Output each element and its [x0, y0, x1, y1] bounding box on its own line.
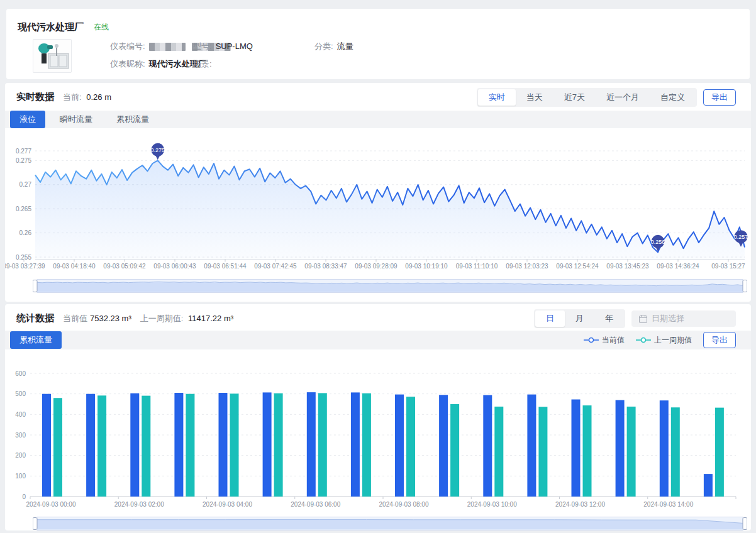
bar-上一周期值: [230, 393, 239, 497]
bar-当前值: [174, 393, 183, 497]
range-tab-自定义[interactable]: 自定义: [650, 89, 696, 106]
model-label: 型号:: [193, 41, 212, 51]
category-label: 分类:: [314, 41, 333, 51]
range-tab-近一个月[interactable]: 近一个月: [596, 89, 650, 106]
svg-text:0.275: 0.275: [150, 147, 165, 153]
left-zoom-handle[interactable]: [33, 518, 37, 530]
bar-当前值: [42, 394, 51, 497]
bar-x-tick-label: 2024-09-03 08:00: [379, 501, 429, 508]
stats-current-label: 当前值: [63, 314, 87, 323]
bar-当前值: [572, 400, 581, 497]
right-zoom-handle[interactable]: [743, 280, 747, 292]
line-x-tick-label: 09-03 14:36:24: [657, 263, 699, 270]
period-tab-年[interactable]: 年: [594, 310, 624, 327]
range-tab-近7天[interactable]: 近7天: [553, 89, 596, 106]
period-tab-日[interactable]: 日: [535, 310, 565, 327]
metric-tab-累积流量[interactable]: 累积流量: [107, 111, 158, 128]
bar-当前值: [527, 395, 536, 497]
line-x-tick-label: 09-03 11:10:10: [456, 263, 498, 270]
bar-y-tick-label: 500: [15, 390, 26, 397]
realtime-current-label: 当前:: [63, 92, 82, 102]
legend-marker-icon: [584, 337, 599, 343]
device-name: 现代污水处理厂: [18, 21, 84, 33]
stat-metric-tab-累积流量[interactable]: 累积流量: [10, 331, 62, 349]
realtime-data-card: 实时数据 当前: 0.26 m 实时当天近7天近一个月自定义 导出 液位瞬时流量…: [5, 83, 751, 302]
model-field: 型号:SUP-LMQ: [193, 41, 253, 52]
bar-y-tick-label: 600: [15, 370, 26, 377]
bar-当前值: [704, 474, 713, 497]
bar-上一周期值: [53, 398, 62, 497]
bar-当前值: [130, 393, 139, 497]
date-picker-placeholder: 日期选择: [652, 313, 684, 324]
bar-上一周期值: [671, 407, 680, 497]
right-zoom-handle[interactable]: [743, 518, 747, 530]
bar-上一周期值: [494, 407, 503, 497]
device-photo: [33, 39, 72, 73]
svg-text:0.257: 0.257: [734, 234, 748, 240]
bar-当前值: [351, 392, 360, 497]
bar-上一周期值: [538, 407, 547, 497]
bar-上一周期值: [142, 396, 150, 497]
line-y-tick-label: 0.265: [16, 206, 31, 212]
bar-series: [42, 392, 724, 497]
bar-当前值: [307, 392, 316, 497]
range-tab-当天[interactable]: 当天: [516, 89, 553, 106]
bar-上一周期值: [627, 407, 636, 497]
cumulative-flow-bar-chart[interactable]: 01002003004005006002024-09-03 00:002024-…: [5, 353, 751, 512]
line-y-tick-label: 0.26: [19, 229, 32, 236]
stats-prev-label: 上一周期值:: [140, 314, 184, 323]
stats-export-button[interactable]: 导出: [703, 332, 736, 348]
scene-label: 场景:: [193, 59, 212, 69]
period-tab-月[interactable]: 月: [565, 310, 594, 327]
nickname-field: 仪表昵称:现代污水处理厂: [110, 58, 206, 70]
bar-y-tick-label: 200: [15, 452, 26, 459]
bar-y-tick-label: 0: [22, 493, 26, 500]
line-y-tick-label: 0.27: [19, 181, 32, 188]
line-x-tick-label: 09-03 12:54:24: [556, 263, 599, 270]
line-area-fill: [35, 160, 745, 259]
stats-title: 统计数据: [16, 312, 54, 324]
legend-marker-icon: [636, 337, 651, 343]
line-x-tick-label: 09-03 06:00:43: [153, 263, 196, 270]
metric-tab-液位[interactable]: 液位: [10, 111, 45, 128]
time-range-segmented: 实时当天近7天近一个月自定义: [477, 88, 697, 107]
device-header-card: 现代污水处理厂 在线 仪表编号: 型号:SUP-LMQ 分类:流量 仪表昵称:现…: [6, 9, 750, 79]
line-x-tick-label: 09-03 10:19:10: [405, 263, 448, 270]
line-x-tick-label: 09-03 09:28:09: [355, 263, 397, 270]
bar-y-tick-label: 400: [15, 411, 26, 418]
bar-上一周期值: [97, 395, 106, 497]
bar-上一周期值: [450, 404, 459, 497]
realtime-export-button[interactable]: 导出: [703, 89, 736, 106]
left-zoom-handle[interactable]: [33, 280, 37, 292]
realtime-metric-tabs: 液位瞬时流量累积流量: [5, 111, 751, 128]
realtime-current: 当前: 0.26 m: [63, 92, 111, 103]
bar-x-tick-label: 2024-09-03 12:00: [555, 501, 605, 508]
level-line-chart[interactable]: 0.2550.260.2650.270.2750.27709-03 03:27:…: [5, 129, 751, 275]
range-tab-实时[interactable]: 实时: [478, 89, 516, 106]
bar-上一周期值: [186, 394, 194, 497]
svg-text:0.256: 0.256: [651, 239, 665, 245]
bar-chart-datazoom-slider[interactable]: [33, 515, 747, 532]
line-chart-datazoom-slider[interactable]: [33, 278, 747, 295]
line-y-tick-label: 0.275: [16, 157, 31, 164]
bar-当前值: [483, 395, 492, 497]
legend-item-上一周期值[interactable]: 上一周期值: [636, 335, 692, 346]
chart-legend: 当前值上一周期值: [584, 335, 692, 346]
bar-当前值: [86, 394, 95, 497]
line-x-tick-label: 09-03 15:27: [711, 263, 745, 270]
line-x-tick-label: 09-03 03:27:39: [5, 263, 45, 270]
stats-prev-value: 11417.22 m³: [188, 314, 233, 323]
category-value: 流量: [337, 41, 353, 51]
metric-tab-瞬时流量[interactable]: 瞬时流量: [50, 111, 102, 128]
bar-上一周期值: [362, 393, 371, 497]
bar-x-tick-label: 2024-09-03 04:00: [203, 501, 252, 508]
bar-上一周期值: [715, 408, 724, 497]
legend-item-当前值[interactable]: 当前值: [584, 335, 625, 346]
realtime-current-value: 0.26 m: [86, 92, 111, 102]
line-y-tick-label: 0.277: [16, 148, 31, 155]
bar-y-tick-label: 300: [15, 432, 26, 439]
realtime-title: 实时数据: [16, 91, 54, 103]
date-picker[interactable]: 日期选择: [631, 310, 736, 327]
bar-x-tick-label: 2024-09-03 02:00: [114, 501, 164, 508]
stats-prev: 上一周期值: 11417.22 m³: [140, 313, 233, 324]
